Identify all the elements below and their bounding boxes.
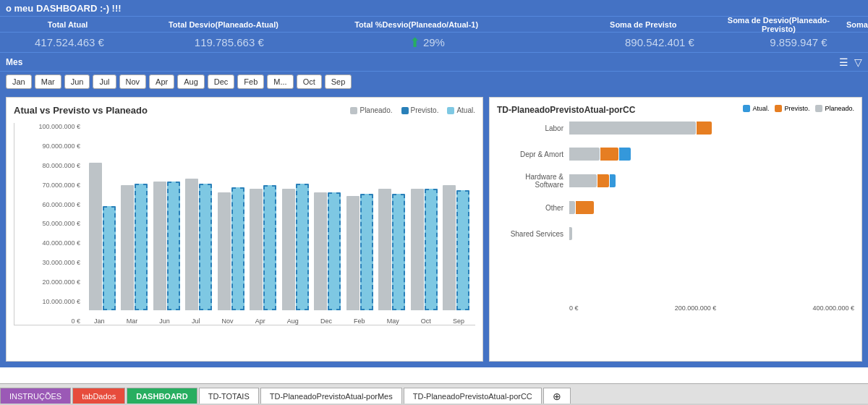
tab-td-totais[interactable]: TD-TOTAIS — [199, 388, 259, 404]
header-soma-previsto: Soma de Previsto — [576, 20, 711, 29]
h-bar-plan — [569, 148, 600, 161]
y-axis: 100.000.000 € 90.000.000 € 80.000.000 € … — [14, 123, 83, 325]
bar-actual — [135, 184, 148, 310]
bar-plan — [378, 189, 391, 310]
bar-plan — [121, 185, 134, 310]
bar-plan — [89, 163, 102, 310]
right-chart-legend: Atual. Previsto. Planeado. — [743, 105, 854, 112]
bar-actual — [231, 187, 244, 310]
charts-area: Atual vs Previsto vs Planeado Planeado. … — [0, 91, 868, 367]
h-bar-plan — [569, 122, 696, 135]
bar-actual — [425, 189, 438, 310]
x-label: Sep — [453, 317, 464, 325]
legend-planeado: Planeado. — [350, 106, 392, 114]
tabs-bar: INSTRUÇÕES tabDados DASHBOARD TD-TOTAIS … — [0, 383, 868, 404]
header-total-atual: Total Atual — [0, 20, 135, 29]
x-label: Oct — [421, 317, 431, 325]
month-btn-m...[interactable]: M... — [267, 74, 293, 89]
bar-group — [443, 185, 469, 310]
h-bar-category-label: Shared Services — [497, 230, 569, 238]
h-bar-atual — [610, 174, 616, 187]
bar-actual — [328, 192, 341, 310]
header-total-desvio: Total Desvio(Planeado-Atual) — [135, 20, 311, 29]
bar-actual — [167, 182, 180, 310]
month-btn-jan[interactable]: Jan — [6, 74, 32, 89]
bar-plan — [314, 192, 327, 310]
x-label: May — [387, 317, 399, 325]
bar-chart-area: 100.000.000 € 90.000.000 € 80.000.000 € … — [14, 123, 475, 325]
tab-dashboard[interactable]: DASHBOARD — [127, 388, 197, 404]
x-axis-labels: JanMarJunJulNovAprAugDecFebMayOctSep — [83, 317, 475, 325]
h-bar-row: Shared Services — [497, 226, 854, 241]
bar-plan — [282, 189, 295, 310]
month-btn-apr[interactable]: Apr — [149, 74, 174, 89]
tab-add[interactable]: ⊕ — [543, 388, 571, 404]
bar-plan — [346, 196, 359, 310]
bar-actual — [103, 206, 116, 310]
x-label: Aug — [287, 317, 299, 325]
x-label: Dec — [320, 317, 332, 325]
r-legend-previsto: Previsto. — [775, 105, 809, 112]
month-btn-sep[interactable]: Sep — [325, 74, 352, 89]
month-btn-aug[interactable]: Aug — [177, 74, 205, 89]
bar-plan — [443, 185, 456, 310]
h-bar-plan — [569, 174, 597, 187]
bar-plan — [411, 189, 424, 310]
months-row: JanMarJunJulNovAprAugDecFebM...OctSep — [0, 71, 868, 91]
header-row: Total Atual Total Desvio(Planeado-Atual)… — [0, 16, 868, 32]
month-btn-mar[interactable]: Mar — [35, 74, 61, 89]
h-bar-row: Depr & Amort — [497, 147, 854, 161]
tab-instrucoes[interactable]: INSTRUÇÕES — [0, 388, 71, 404]
bar-group — [282, 184, 309, 310]
left-chart-title: Atual vs Previsto vs Planeado — [14, 105, 148, 116]
tab-planeado-pormes[interactable]: TD-PlaneadoPrevistoAtual-porMes — [260, 388, 402, 404]
month-btn-oct[interactable]: Oct — [297, 74, 322, 89]
filter-row: Mes ☰ ▽ — [0, 52, 868, 71]
month-btn-nov[interactable]: Nov — [119, 74, 147, 89]
value-total-desvio: 119.785.663 € — [139, 36, 320, 48]
bar-actual — [296, 184, 309, 310]
month-btn-feb[interactable]: Feb — [237, 74, 264, 89]
x-label: Nov — [222, 317, 234, 325]
month-btn-jul[interactable]: Jul — [93, 74, 116, 89]
bar-plan — [250, 189, 263, 310]
h-bar-category-label: Hardware & Software — [497, 173, 569, 189]
bar-group — [153, 182, 180, 310]
month-btn-dec[interactable]: Dec — [208, 74, 235, 89]
bar-actual — [199, 184, 212, 310]
bar-group — [346, 194, 373, 310]
h-bar-row: Other — [497, 200, 854, 215]
tab-tabdados[interactable]: tabDados — [72, 388, 125, 404]
values-row: 417.524.463 € 119.785.663 € ⬆ 29% 890.54… — [0, 32, 868, 52]
month-btn-jun[interactable]: Jun — [64, 74, 90, 89]
left-chart-legend: Planeado. Previsto. Atual. — [350, 106, 475, 114]
filter-label: Mes — [6, 57, 839, 67]
bar-plan — [185, 179, 198, 310]
h-bar-row: Hardware & Software — [497, 173, 854, 189]
legend-atual: Atual. — [447, 106, 475, 114]
h-chart-area: LaborDepr & AmortHardware & SoftwareOthe… — [497, 121, 854, 302]
value-total-atual: 417.524.463 € — [0, 36, 139, 48]
spreadsheet: o meu DASHBOARD :-) !!! Total Atual Tota… — [0, 0, 868, 383]
h-bar-previsto — [576, 201, 594, 214]
header-soma: Soma — [846, 20, 868, 29]
x-label: Mar — [127, 317, 138, 325]
bar-actual — [392, 194, 405, 310]
bar-actual — [456, 190, 469, 310]
bar-plan — [218, 192, 231, 310]
h-x-axis: 0 € 200.000.000 € 400.000.000 € — [497, 304, 854, 312]
value-pct-desvio: ⬆ 29% — [320, 35, 535, 51]
tab-planeado-porcc[interactable]: TD-PlaneadoPrevistoAtual-porCC — [404, 388, 542, 404]
filter-funnel-icon[interactable]: ▽ — [854, 56, 862, 68]
h-bar-category-label: Labor — [497, 124, 569, 132]
value-soma-previsto: 890.542.401 € — [590, 36, 729, 48]
dashboard-title: o meu DASHBOARD :-) !!! — [6, 3, 122, 14]
bar-group — [314, 192, 341, 310]
bar-group — [185, 179, 212, 310]
h-bar-row: Labor — [497, 121, 854, 135]
value-soma-desvio: 9.859.947 € — [729, 36, 868, 48]
h-bar-atual — [619, 148, 631, 161]
filter-settings-icon[interactable]: ☰ — [839, 56, 848, 68]
h-bar-previsto — [600, 148, 618, 161]
bar-group — [250, 185, 276, 310]
